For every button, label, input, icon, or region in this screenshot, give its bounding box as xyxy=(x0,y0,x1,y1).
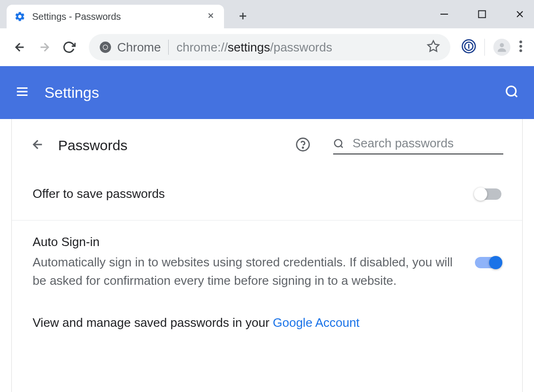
toggle-auto-signin[interactable] xyxy=(475,257,501,268)
page-header: Passwords xyxy=(12,119,522,168)
svg-point-8 xyxy=(500,43,504,47)
site-chip: Chrome xyxy=(99,40,161,55)
svg-point-9 xyxy=(519,41,522,43)
divider xyxy=(168,40,169,55)
google-account-link[interactable]: Google Account xyxy=(273,315,360,330)
link-prefix: View and manage saved passwords in your xyxy=(33,315,273,330)
forward-button[interactable] xyxy=(36,39,53,56)
settings-app-bar: Settings xyxy=(0,66,534,119)
back-arrow-icon[interactable] xyxy=(31,137,45,153)
search-icon[interactable] xyxy=(505,85,519,101)
svg-point-11 xyxy=(519,49,522,52)
gear-icon xyxy=(14,11,26,22)
menu-icon[interactable] xyxy=(15,85,29,101)
svg-point-3 xyxy=(103,45,108,50)
close-window-button[interactable] xyxy=(510,5,529,24)
maximize-button[interactable] xyxy=(473,5,491,24)
svg-marker-4 xyxy=(428,41,439,51)
svg-point-15 xyxy=(335,139,342,146)
svg-point-10 xyxy=(519,45,522,48)
page-title: Passwords xyxy=(58,137,282,153)
svg-rect-0 xyxy=(479,11,486,18)
chrome-icon xyxy=(99,41,112,53)
minimize-button[interactable] xyxy=(435,5,454,24)
chip-label: Chrome xyxy=(117,40,161,55)
help-icon[interactable] xyxy=(295,137,310,154)
close-icon[interactable] xyxy=(205,10,216,23)
back-button[interactable] xyxy=(11,39,28,56)
setting-description: Automatically sign in to websites using … xyxy=(33,253,458,290)
search-icon xyxy=(333,137,344,150)
svg-point-14 xyxy=(302,147,303,148)
setting-label: Auto Sign-in xyxy=(33,235,464,249)
url-path: /passwords xyxy=(270,40,332,54)
divider xyxy=(484,39,485,56)
app-title: Settings xyxy=(44,84,99,102)
bookmark-star-icon[interactable] xyxy=(427,40,440,55)
profile-avatar[interactable] xyxy=(493,39,510,56)
tab-title: Settings - Passwords xyxy=(32,11,198,22)
search-passwords-field[interactable] xyxy=(333,136,503,154)
svg-rect-7 xyxy=(468,44,470,49)
new-tab-button[interactable] xyxy=(233,7,252,26)
address-bar[interactable]: Chrome chrome://settings/passwords xyxy=(89,34,450,60)
search-input[interactable] xyxy=(353,136,503,151)
svg-point-12 xyxy=(507,86,516,96)
menu-button[interactable] xyxy=(519,40,523,55)
url-host: settings xyxy=(228,40,270,54)
settings-card: Passwords Offer to save passwords Auto S… xyxy=(11,119,523,392)
setting-auto-signin: Auto Sign-in Automatically sign in to we… xyxy=(12,221,522,295)
extension-icon[interactable] xyxy=(462,39,476,55)
toolbar: Chrome chrome://settings/passwords xyxy=(0,28,534,66)
url-prefix: chrome:// xyxy=(176,40,227,54)
setting-offer-save: Offer to save passwords xyxy=(12,168,522,221)
extensions-area xyxy=(462,39,523,56)
google-account-link-row: View and manage saved passwords in your … xyxy=(12,295,522,351)
toggle-offer-save[interactable] xyxy=(475,188,501,200)
url-display: chrome://settings/passwords xyxy=(176,40,419,55)
reload-button[interactable] xyxy=(60,39,78,56)
browser-tab[interactable]: Settings - Passwords xyxy=(7,5,224,28)
window-controls xyxy=(435,5,529,24)
tab-strip: Settings - Passwords xyxy=(0,0,534,28)
setting-label: Offer to save passwords xyxy=(33,187,464,201)
